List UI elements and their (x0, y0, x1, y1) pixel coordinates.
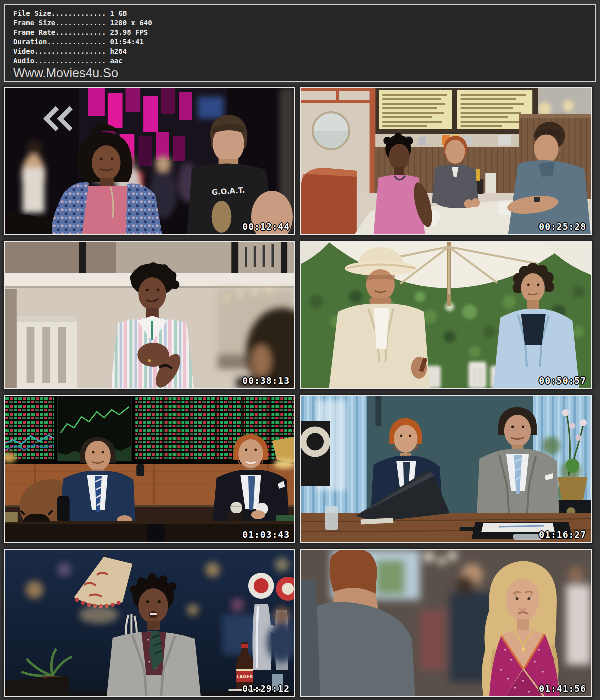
screenshot-diner: 00:25:28 (300, 87, 592, 236)
timestamp-overlay: 01:16:27 (539, 530, 586, 540)
info-row-video: Video.................h264 (14, 47, 595, 56)
info-row-frame-size: Frame Size............1280 x 640 (14, 18, 595, 28)
site-watermark: Www.Movies4u.So (14, 66, 595, 80)
info-row-file-size: File Size.............1 GB (14, 9, 595, 18)
media-info-panel: File Size.............1 GB Frame Size...… (4, 4, 596, 82)
scene-loft-illustration (5, 242, 294, 388)
scene-office-illustration (302, 396, 591, 542)
info-label: Duration.............. (14, 38, 106, 46)
screenshot-pub: LAGER (4, 549, 296, 698)
screenshot-nightclub: G.O.A.T. 00:12:44 (4, 87, 296, 236)
scene-garden-illustration (302, 242, 591, 388)
bottle-label-text: LAGER (237, 674, 254, 680)
info-value: aac (110, 57, 122, 65)
screenshot-garden: 00:50:57 (300, 241, 592, 390)
timestamp-overlay: 01:29:12 (242, 684, 290, 694)
info-label: File Size............. (14, 10, 106, 18)
goat-graphic (212, 201, 232, 233)
info-label: Audio................. (14, 57, 106, 65)
info-row-audio: Audio.................aac (14, 56, 595, 66)
blonde-woman-magenta-dress (482, 561, 560, 696)
info-value: 23.98 FPS (110, 28, 148, 36)
info-label: Frame Size............ (14, 19, 106, 27)
scene-nightclub-illustration: G.O.A.T. (5, 88, 294, 234)
info-value: h264 (110, 48, 127, 56)
info-value: 1 GB (110, 10, 127, 18)
wall-fixture (376, 396, 382, 426)
timestamp-overlay: 00:50:57 (539, 376, 586, 386)
timestamp-overlay: 00:38:13 (242, 376, 290, 386)
scene-diner-illustration (302, 88, 591, 234)
scene-trading-illustration (5, 396, 294, 542)
timestamp-overlay: 01:03:43 (242, 530, 290, 540)
info-row-frame-rate: Frame Rate............23.98 FPS (14, 28, 595, 38)
screenshot-loft: 00:38:13 (4, 241, 296, 390)
timestamp-overlay: 00:12:44 (242, 222, 290, 232)
info-label: Video................. (14, 48, 106, 56)
scene-pub-illustration: LAGER (5, 550, 294, 696)
ring-sculpture (302, 421, 330, 486)
info-label: Frame Rate............ (14, 28, 106, 36)
screenshot-trading-floor: 01:03:43 (4, 395, 296, 544)
screenshot-grid: G.O.A.T. 00:12:44 (4, 87, 596, 698)
scene-party-illustration (302, 550, 591, 696)
screenshot-office-meeting: 01:16:27 (300, 395, 592, 544)
timestamp-overlay: 00:25:28 (539, 222, 586, 232)
screenshot-party: 01:41:56 (300, 549, 592, 698)
club-tv-screen (198, 97, 224, 119)
info-value: 01:54:41 (110, 38, 144, 46)
menu-boards (374, 88, 538, 134)
timestamp-overlay: 01:41:56 (539, 684, 586, 694)
booth-bench (302, 168, 357, 234)
info-row-duration: Duration..............01:54:41 (14, 38, 595, 47)
info-value: 1280 x 640 (110, 19, 152, 27)
